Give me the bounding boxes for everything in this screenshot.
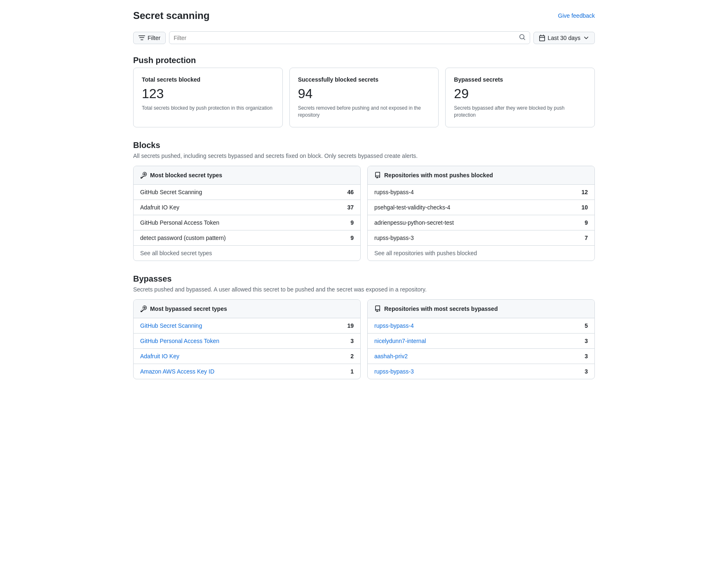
stat-bypassed-number: 29 [454,86,586,101]
bypasses-subtitle: Secrets pushed and bypassed. A user allo… [133,286,595,293]
repo-bypassed-link-4[interactable]: rupss-bypass-3 [374,368,414,375]
stat-total-blocked-number: 123 [142,86,274,101]
stat-card-bypassed: Bypassed secrets 29 Secrets bypassed aft… [445,68,595,127]
repo-blocked-value-4: 7 [585,235,588,241]
repo-blocked-value-3: 9 [585,219,588,226]
blocks-subtitle: All secrets pushed, including secrets by… [133,153,595,159]
stat-total-blocked-desc: Total secrets blocked by push protection… [142,105,274,112]
table-row: detect password (custom pattern) 9 [134,230,360,246]
key-icon [140,172,147,179]
stat-card-total-blocked: Total secrets blocked 123 Total secrets … [133,68,283,127]
repo-bypassed-value-2: 3 [585,338,588,344]
table-row: GitHub Personal Access Token 9 [134,215,360,230]
stat-card-successfully-blocked: Successfully blocked secrets 94 Secrets … [289,68,439,127]
see-all-repos-blocked: See all repositories with pushes blocked [368,246,594,261]
blocked-type-label-4: detect password (custom pattern) [140,235,226,241]
bypassed-type-link-3[interactable]: Adafruit IO Key [140,353,179,359]
date-range-button[interactable]: Last 30 days [533,32,595,44]
give-feedback-link[interactable]: Give feedback [558,12,595,19]
bypassed-type-link-1[interactable]: GitHub Secret Scanning [140,322,202,329]
most-blocked-types-title: Most blocked secret types [150,172,222,179]
bypassed-type-value-1: 19 [347,322,354,329]
filter-bar: Filter Last 30 days [133,31,595,44]
table-row: Adafruit IO Key 37 [134,200,360,215]
repos-bypassed-header: Repositories with most secrets bypassed [368,300,594,318]
bypassed-type-value-4: 1 [350,368,354,375]
stat-total-blocked-label: Total secrets blocked [142,76,274,83]
date-range-label: Last 30 days [548,35,580,41]
stat-successfully-blocked-label: Successfully blocked secrets [298,76,430,83]
repo-bypassed-value-3: 3 [585,353,588,359]
table-row: rupss-bypass-3 3 [368,364,594,379]
stat-bypassed-desc: Secrets bypassed after they were blocked… [454,105,586,119]
repo-bypassed-link-2[interactable]: nicelydunn7-internal [374,338,426,344]
repo-bypassed-value-4: 3 [585,368,588,375]
table-row: Amazon AWS Access Key ID 1 [134,364,360,379]
bypassed-type-value-2: 3 [350,338,354,344]
filter-input[interactable] [174,35,517,41]
table-row: adrienpessu-python-secret-test 9 [368,215,594,230]
bypasses-section: Bypasses Secrets pushed and bypassed. A … [133,274,595,379]
blocked-type-label-3: GitHub Personal Access Token [140,219,219,226]
blocked-type-value-4: 9 [350,235,354,241]
filter-button-label: Filter [148,35,160,41]
repo-blocked-label-2: psehgal-test-validity-checks-4 [374,204,450,211]
blocked-type-value-2: 37 [347,204,354,211]
table-row: Adafruit IO Key 2 [134,349,360,364]
filter-input-wrap [169,31,530,44]
bypassed-type-link-2[interactable]: GitHub Personal Access Token [140,338,219,344]
table-row: GitHub Secret Scanning 19 [134,318,360,334]
table-row: rupss-bypass-4 5 [368,318,594,334]
bypassed-type-value-3: 2 [350,353,354,359]
most-bypassed-types-header: Most bypassed secret types [134,300,360,318]
repos-bypassed-title: Repositories with most secrets bypassed [384,305,498,312]
repo-blocked-label-1: rupss-bypass-4 [374,189,414,195]
calendar-icon [539,35,545,41]
see-all-blocked-types: See all blocked secret types [134,246,360,261]
table-row: psehgal-test-validity-checks-4 10 [368,200,594,215]
blocked-type-value-3: 9 [350,219,354,226]
stat-successfully-blocked-desc: Secrets removed before pushing and not e… [298,105,430,119]
repos-blocked-title: Repositories with most pushes blocked [384,172,493,179]
repo-icon [374,172,381,179]
repos-blocked-header: Repositories with most pushes blocked [368,166,594,185]
blocks-title: Blocks [133,141,595,150]
page-header: Secret scanning Give feedback [133,10,595,21]
table-row: GitHub Personal Access Token 3 [134,334,360,349]
bypassed-type-link-4[interactable]: Amazon AWS Access Key ID [140,368,214,375]
table-row: rupss-bypass-3 7 [368,230,594,246]
repo-bypassed-link-3[interactable]: aashah-priv2 [374,353,408,359]
blocked-type-label-1: GitHub Secret Scanning [140,189,202,195]
bypasses-two-col: Most bypassed secret types GitHub Secret… [133,299,595,379]
table-row: GitHub Secret Scanning 46 [134,185,360,200]
stats-row: Total secrets blocked 123 Total secrets … [133,68,595,127]
push-protection-title: Push protection [133,56,595,65]
repo-icon-2 [374,305,381,312]
table-row: aashah-priv2 3 [368,349,594,364]
blocked-type-value-1: 46 [347,189,354,195]
key-icon-2 [140,305,147,312]
blocks-two-col: Most blocked secret types GitHub Secret … [133,166,595,261]
bypasses-title: Bypasses [133,274,595,284]
repos-bypassed-card: Repositories with most secrets bypassed … [367,299,595,379]
most-bypassed-types-title: Most bypassed secret types [150,305,227,312]
repo-blocked-label-4: rupss-bypass-3 [374,235,414,241]
repos-blocked-card: Repositories with most pushes blocked ru… [367,166,595,261]
repo-bypassed-link-1[interactable]: rupss-bypass-4 [374,322,414,329]
most-bypassed-types-card: Most bypassed secret types GitHub Secret… [133,299,361,379]
push-protection-section: Push protection Total secrets blocked 12… [133,56,595,127]
chevron-down-icon [583,35,589,41]
filter-icon [139,35,145,41]
page-title: Secret scanning [133,10,209,21]
stat-successfully-blocked-number: 94 [298,86,430,101]
repo-blocked-label-3: adrienpessu-python-secret-test [374,219,454,226]
repo-bypassed-value-1: 5 [585,322,588,329]
most-blocked-types-header: Most blocked secret types [134,166,360,185]
repo-blocked-value-1: 12 [581,189,588,195]
stat-bypassed-label: Bypassed secrets [454,76,586,83]
blocked-type-label-2: Adafruit IO Key [140,204,179,211]
search-icon [519,34,526,42]
most-blocked-types-card: Most blocked secret types GitHub Secret … [133,166,361,261]
filter-button[interactable]: Filter [133,32,166,44]
table-row: nicelydunn7-internal 3 [368,334,594,349]
